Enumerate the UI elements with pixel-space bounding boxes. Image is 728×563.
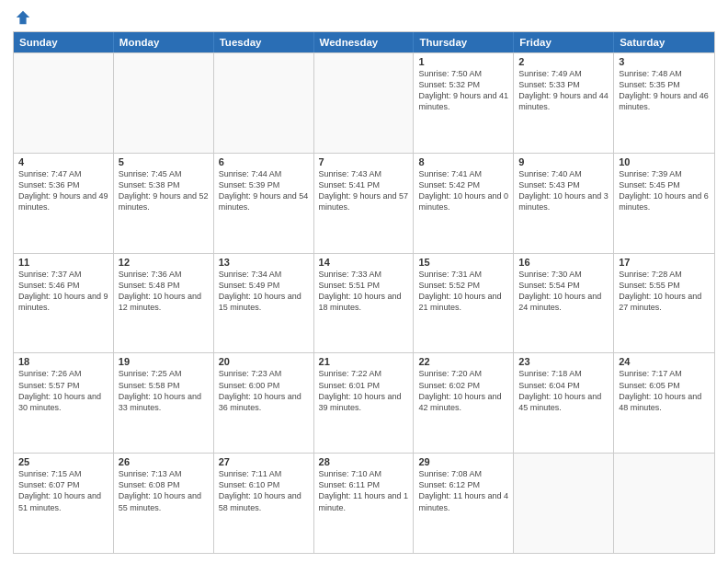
day-info: Sunrise: 7:08 AM Sunset: 6:12 PM Dayligh… bbox=[418, 468, 508, 513]
logo-icon bbox=[15, 9, 31, 26]
calendar-body: 1Sunrise: 7:50 AM Sunset: 5:32 PM Daylig… bbox=[14, 52, 714, 553]
weekday-header-wednesday: Wednesday bbox=[314, 32, 415, 52]
day-cell-25: 25Sunrise: 7:15 AM Sunset: 6:07 PM Dayli… bbox=[14, 454, 114, 553]
day-number: 14 bbox=[319, 257, 409, 268]
day-number: 23 bbox=[518, 356, 609, 367]
week-row-3: 11Sunrise: 7:37 AM Sunset: 5:46 PM Dayli… bbox=[14, 253, 714, 353]
day-cell-13: 13Sunrise: 7:34 AM Sunset: 5:49 PM Dayli… bbox=[214, 254, 314, 353]
day-cell-20: 20Sunrise: 7:23 AM Sunset: 6:00 PM Dayli… bbox=[214, 353, 314, 453]
week-row-1: 1Sunrise: 7:50 AM Sunset: 5:32 PM Daylig… bbox=[14, 52, 714, 153]
day-info: Sunrise: 7:43 AM Sunset: 5:41 PM Dayligh… bbox=[319, 168, 409, 213]
empty-cell bbox=[114, 53, 214, 153]
day-info: Sunrise: 7:28 AM Sunset: 5:55 PM Dayligh… bbox=[619, 269, 710, 314]
empty-cell bbox=[14, 53, 114, 153]
weekday-header-saturday: Saturday bbox=[614, 32, 714, 52]
day-number: 7 bbox=[319, 156, 409, 167]
day-cell-7: 7Sunrise: 7:43 AM Sunset: 5:41 PM Daylig… bbox=[314, 154, 415, 253]
day-info: Sunrise: 7:18 AM Sunset: 6:04 PM Dayligh… bbox=[518, 368, 609, 413]
day-cell-19: 19Sunrise: 7:25 AM Sunset: 5:58 PM Dayli… bbox=[114, 353, 214, 453]
day-info: Sunrise: 7:41 AM Sunset: 5:42 PM Dayligh… bbox=[418, 168, 508, 213]
day-cell-11: 11Sunrise: 7:37 AM Sunset: 5:46 PM Dayli… bbox=[14, 254, 114, 353]
day-cell-3: 3Sunrise: 7:48 AM Sunset: 5:35 PM Daylig… bbox=[614, 53, 714, 153]
weekday-header-sunday: Sunday bbox=[14, 32, 114, 52]
day-number: 20 bbox=[219, 356, 309, 367]
page: SundayMondayTuesdayWednesdayThursdayFrid… bbox=[0, 0, 728, 563]
empty-cell bbox=[214, 53, 314, 153]
day-cell-5: 5Sunrise: 7:45 AM Sunset: 5:38 PM Daylig… bbox=[114, 154, 214, 253]
day-cell-9: 9Sunrise: 7:40 AM Sunset: 5:43 PM Daylig… bbox=[514, 154, 614, 253]
week-row-5: 25Sunrise: 7:15 AM Sunset: 6:07 PM Dayli… bbox=[14, 453, 714, 553]
day-cell-10: 10Sunrise: 7:39 AM Sunset: 5:45 PM Dayli… bbox=[614, 154, 714, 253]
day-cell-8: 8Sunrise: 7:41 AM Sunset: 5:42 PM Daylig… bbox=[414, 154, 514, 253]
day-info: Sunrise: 7:22 AM Sunset: 6:01 PM Dayligh… bbox=[319, 368, 409, 413]
day-number: 24 bbox=[619, 356, 710, 367]
day-info: Sunrise: 7:13 AM Sunset: 6:08 PM Dayligh… bbox=[119, 468, 209, 513]
week-row-4: 18Sunrise: 7:26 AM Sunset: 5:57 PM Dayli… bbox=[14, 352, 714, 453]
day-info: Sunrise: 7:30 AM Sunset: 5:54 PM Dayligh… bbox=[518, 269, 609, 314]
day-number: 22 bbox=[418, 356, 508, 367]
day-info: Sunrise: 7:31 AM Sunset: 5:52 PM Dayligh… bbox=[418, 269, 508, 314]
day-number: 26 bbox=[119, 456, 209, 467]
day-number: 29 bbox=[418, 456, 508, 467]
day-info: Sunrise: 7:49 AM Sunset: 5:33 PM Dayligh… bbox=[518, 68, 609, 113]
day-cell-27: 27Sunrise: 7:11 AM Sunset: 6:10 PM Dayli… bbox=[214, 454, 314, 553]
day-cell-23: 23Sunrise: 7:18 AM Sunset: 6:04 PM Dayli… bbox=[514, 353, 614, 453]
day-cell-4: 4Sunrise: 7:47 AM Sunset: 5:36 PM Daylig… bbox=[14, 154, 114, 253]
day-number: 1 bbox=[418, 56, 508, 67]
day-info: Sunrise: 7:45 AM Sunset: 5:38 PM Dayligh… bbox=[119, 168, 209, 213]
day-number: 2 bbox=[518, 56, 609, 67]
weekday-header-tuesday: Tuesday bbox=[214, 32, 314, 52]
header bbox=[13, 9, 715, 26]
day-info: Sunrise: 7:34 AM Sunset: 5:49 PM Dayligh… bbox=[219, 269, 309, 314]
day-cell-12: 12Sunrise: 7:36 AM Sunset: 5:48 PM Dayli… bbox=[114, 254, 214, 353]
day-cell-16: 16Sunrise: 7:30 AM Sunset: 5:54 PM Dayli… bbox=[514, 254, 614, 353]
day-cell-15: 15Sunrise: 7:31 AM Sunset: 5:52 PM Dayli… bbox=[414, 254, 514, 353]
day-number: 9 bbox=[518, 156, 609, 167]
day-cell-2: 2Sunrise: 7:49 AM Sunset: 5:33 PM Daylig… bbox=[514, 53, 614, 153]
day-cell-24: 24Sunrise: 7:17 AM Sunset: 6:05 PM Dayli… bbox=[614, 353, 714, 453]
day-info: Sunrise: 7:10 AM Sunset: 6:11 PM Dayligh… bbox=[319, 468, 409, 513]
day-info: Sunrise: 7:17 AM Sunset: 6:05 PM Dayligh… bbox=[619, 368, 710, 413]
day-info: Sunrise: 7:44 AM Sunset: 5:39 PM Dayligh… bbox=[219, 168, 309, 213]
calendar: SundayMondayTuesdayWednesdayThursdayFrid… bbox=[13, 31, 715, 554]
day-info: Sunrise: 7:36 AM Sunset: 5:48 PM Dayligh… bbox=[119, 269, 209, 314]
day-cell-21: 21Sunrise: 7:22 AM Sunset: 6:01 PM Dayli… bbox=[314, 353, 415, 453]
day-info: Sunrise: 7:23 AM Sunset: 6:00 PM Dayligh… bbox=[219, 368, 309, 413]
day-info: Sunrise: 7:26 AM Sunset: 5:57 PM Dayligh… bbox=[18, 368, 108, 413]
day-number: 4 bbox=[18, 156, 108, 167]
calendar-header: SundayMondayTuesdayWednesdayThursdayFrid… bbox=[14, 32, 714, 52]
day-info: Sunrise: 7:47 AM Sunset: 5:36 PM Dayligh… bbox=[18, 168, 108, 213]
day-info: Sunrise: 7:40 AM Sunset: 5:43 PM Dayligh… bbox=[518, 168, 609, 213]
day-info: Sunrise: 7:39 AM Sunset: 5:45 PM Dayligh… bbox=[619, 168, 710, 213]
day-number: 25 bbox=[18, 456, 108, 467]
day-info: Sunrise: 7:50 AM Sunset: 5:32 PM Dayligh… bbox=[418, 68, 508, 113]
day-number: 3 bbox=[619, 56, 710, 67]
day-info: Sunrise: 7:15 AM Sunset: 6:07 PM Dayligh… bbox=[18, 468, 108, 513]
day-info: Sunrise: 7:37 AM Sunset: 5:46 PM Dayligh… bbox=[18, 269, 108, 314]
day-number: 28 bbox=[319, 456, 409, 467]
day-cell-22: 22Sunrise: 7:20 AM Sunset: 6:02 PM Dayli… bbox=[414, 353, 514, 453]
empty-cell bbox=[514, 454, 614, 553]
day-number: 5 bbox=[119, 156, 209, 167]
empty-cell bbox=[314, 53, 415, 153]
day-info: Sunrise: 7:25 AM Sunset: 5:58 PM Dayligh… bbox=[119, 368, 209, 413]
day-number: 18 bbox=[18, 356, 108, 367]
day-cell-14: 14Sunrise: 7:33 AM Sunset: 5:51 PM Dayli… bbox=[314, 254, 415, 353]
day-number: 19 bbox=[119, 356, 209, 367]
day-number: 16 bbox=[518, 257, 609, 268]
day-number: 13 bbox=[219, 257, 309, 268]
day-number: 21 bbox=[319, 356, 409, 367]
day-number: 8 bbox=[418, 156, 508, 167]
day-number: 11 bbox=[18, 257, 108, 268]
logo bbox=[13, 9, 31, 26]
day-info: Sunrise: 7:11 AM Sunset: 6:10 PM Dayligh… bbox=[219, 468, 309, 513]
day-number: 12 bbox=[119, 257, 209, 268]
day-number: 6 bbox=[219, 156, 309, 167]
day-cell-17: 17Sunrise: 7:28 AM Sunset: 5:55 PM Dayli… bbox=[614, 254, 714, 353]
day-number: 27 bbox=[219, 456, 309, 467]
day-cell-18: 18Sunrise: 7:26 AM Sunset: 5:57 PM Dayli… bbox=[14, 353, 114, 453]
day-cell-26: 26Sunrise: 7:13 AM Sunset: 6:08 PM Dayli… bbox=[114, 454, 214, 553]
day-info: Sunrise: 7:33 AM Sunset: 5:51 PM Dayligh… bbox=[319, 269, 409, 314]
day-number: 10 bbox=[619, 156, 710, 167]
weekday-header-monday: Monday bbox=[114, 32, 214, 52]
